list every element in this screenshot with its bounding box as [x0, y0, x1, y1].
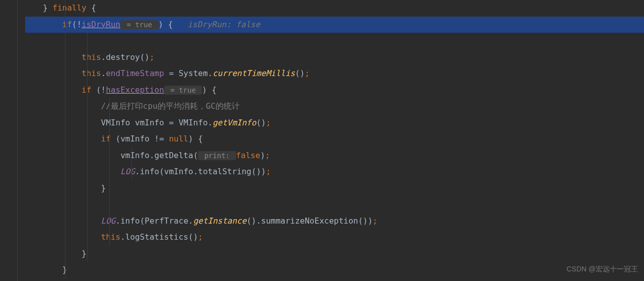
code-content[interactable]: } finally { if(!isDryRun = true ) { isDr… — [25, 0, 644, 281]
param-hint: print: — [198, 151, 236, 160]
inline-value-hint: = true — [164, 86, 202, 95]
class-PerfTrace: PerfTrace — [145, 216, 188, 226]
fold-gutter — [18, 0, 25, 281]
line-gutter — [0, 0, 18, 281]
code-line[interactable]: } — [25, 262, 644, 278]
code-line[interactable]: this.endTimeStamp = System.currentTimeMi… — [25, 65, 644, 82]
not-operator: ! — [77, 20, 82, 29]
code-line[interactable]: this.destroy(); — [25, 49, 644, 66]
keyword-if: if — [101, 134, 116, 144]
keyword-this: this — [101, 232, 121, 242]
brace-close: } — [82, 249, 87, 258]
code-line[interactable]: } — [25, 180, 644, 197]
brace-close: } — [43, 3, 48, 13]
field-endTimeStamp: endTimeStamp — [106, 68, 164, 78]
class-System: System — [179, 68, 208, 78]
comment: //最后打印cpu的平均消耗，GC的统计 — [101, 101, 240, 111]
brace-open: { — [91, 3, 96, 13]
code-line[interactable]: VMInfo vmInfo = VMInfo.getVmInfo(); — [25, 115, 644, 131]
code-line[interactable]: vmInfo.getDelta( print: false); — [25, 148, 644, 164]
inline-value-hint: = true — [120, 20, 158, 29]
field-LOG: LOG — [120, 167, 135, 176]
code-line[interactable]: this.logStatistics(); — [25, 229, 644, 246]
code-line[interactable]: if (!hasException = true ) { — [25, 82, 644, 99]
method-logStatistics: logStatistics — [125, 232, 188, 242]
field-isDryRun: isDryRun — [82, 20, 120, 29]
method-destroy: destroy — [106, 52, 139, 62]
method-totalString: totalString — [198, 167, 251, 176]
code-line[interactable]: LOG.info(PerfTrace.getInstance().summari… — [25, 213, 644, 230]
code-line[interactable]: } — [25, 246, 644, 262]
code-line-current[interactable]: if(!isDryRun = true ) { isDryRun: false — [25, 17, 644, 33]
keyword-this: this — [82, 68, 101, 78]
class-VMInfo: VMInfo — [179, 118, 208, 127]
var-vmInfo: vmInfo — [164, 167, 193, 176]
code-line-blank[interactable] — [25, 196, 644, 213]
paren-close: ) — [159, 20, 164, 29]
keyword-null: null — [169, 134, 188, 144]
keyword-finally: finally — [48, 3, 92, 13]
code-line-blank[interactable] — [25, 33, 644, 49]
code-editor[interactable]: } finally { if(!isDryRun = true ) { isDr… — [0, 0, 644, 281]
field-hasException: hasException — [106, 85, 164, 95]
paren-open: ( — [72, 20, 77, 29]
method-getVmInfo: getVmInfo — [212, 118, 256, 127]
method-info: info — [140, 167, 160, 176]
method-info: info — [120, 216, 140, 226]
field-LOG: LOG — [101, 216, 116, 226]
keyword-false: false — [236, 151, 260, 160]
var-vmInfo: vmInfo — [120, 151, 150, 160]
code-line[interactable]: //最后打印cpu的平均消耗，GC的统计 — [25, 98, 644, 115]
code-line[interactable]: } finally { — [25, 0, 644, 17]
watermark: CSDN @宏远十一冠王 — [566, 261, 638, 277]
method-getDelta: getDelta — [155, 151, 193, 160]
var-vmInfo: vmInfo — [135, 118, 164, 127]
keyword-if: if — [62, 20, 72, 29]
method-currentTimeMillis: currentTimeMillis — [212, 68, 295, 78]
type-VMInfo: VMInfo — [101, 118, 135, 127]
var-vmInfo: vmInfo — [120, 134, 150, 144]
method-summarizeNoException: summarizeNoException — [261, 216, 359, 226]
brace-close: } — [101, 183, 106, 193]
method-getInstance: getInstance — [193, 216, 247, 226]
code-line[interactable]: LOG.info(vmInfo.totalString()); — [25, 164, 644, 180]
brace-open: { — [163, 20, 173, 29]
inline-hint: isDryRun: false — [187, 20, 260, 29]
keyword-if: if — [82, 85, 96, 95]
code-line[interactable]: if (vmInfo != null) { — [25, 131, 644, 148]
keyword-this: this — [82, 52, 101, 62]
